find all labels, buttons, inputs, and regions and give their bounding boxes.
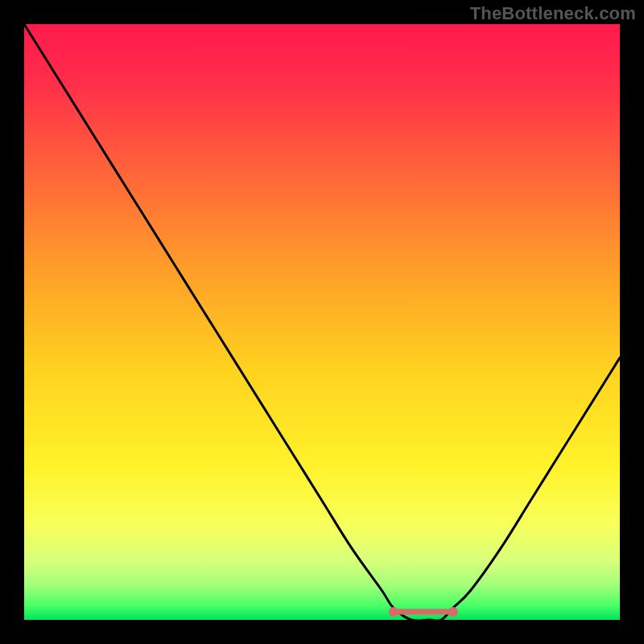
bottleneck-chart <box>24 24 620 620</box>
gradient-background <box>24 24 620 620</box>
watermark-text: TheBottleneck.com <box>470 3 636 24</box>
chart-frame: TheBottleneck.com <box>0 0 644 644</box>
optimal-marker <box>389 607 398 617</box>
optimal-marker <box>448 607 458 617</box>
plot-area <box>24 24 620 620</box>
